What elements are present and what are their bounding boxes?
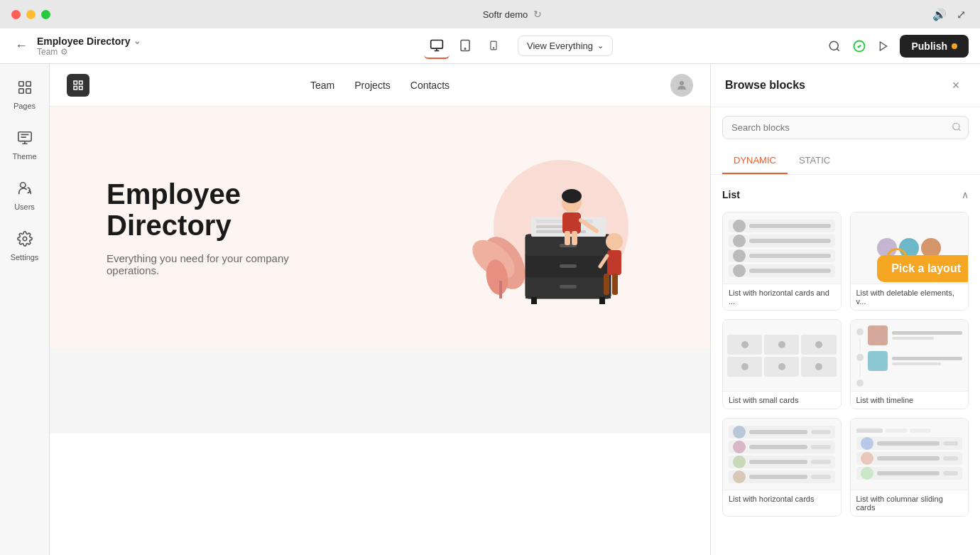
check-status-btn[interactable] <box>851 35 866 58</box>
sidebar-item-settings[interactable]: Settings <box>4 224 45 269</box>
expand-icon[interactable]: ⤢ <box>957 8 966 21</box>
hero-description: Everything you need for your company ope… <box>107 252 291 276</box>
search-input[interactable] <box>722 116 969 139</box>
svg-rect-16 <box>80 81 83 85</box>
section-collapse-icon[interactable]: ∧ <box>962 189 969 200</box>
titlebar-icons: 🔊 ⤢ <box>932 8 966 21</box>
tab-dynamic[interactable]: DYNAMIC <box>722 148 788 174</box>
desktop-device-btn[interactable] <box>424 33 450 59</box>
device-icons <box>424 33 506 59</box>
block-label-6: List with columnar sliding cards <box>851 490 969 516</box>
right-panel-title: Browse blocks <box>725 79 805 92</box>
tablet-device-btn[interactable] <box>452 33 478 59</box>
close-panel-button[interactable]: × <box>946 75 966 95</box>
sound-icon[interactable]: 🔊 <box>932 8 947 21</box>
svg-rect-0 <box>431 40 443 48</box>
tab-static[interactable]: STATIC <box>788 148 842 174</box>
nav-link-projects[interactable]: Projects <box>354 80 391 91</box>
pick-layout-tooltip: Pick a layout <box>877 255 969 282</box>
min-traffic-light[interactable] <box>26 10 36 19</box>
small-card-1 <box>727 335 762 355</box>
titlebar-center: Softr demo ↻ <box>56 9 969 20</box>
svg-rect-47 <box>531 297 537 304</box>
preview-hero-text: Employee Directory Everything you need f… <box>107 178 291 276</box>
svg-point-42 <box>606 233 623 250</box>
reload-icon[interactable]: ↻ <box>533 9 542 20</box>
publish-button[interactable]: Publish <box>900 35 969 58</box>
settings-gear-icon[interactable]: ⚙ <box>60 47 68 57</box>
main-layout: Pages Theme Users <box>0 64 980 555</box>
sidebar-item-pages[interactable]: Pages <box>4 72 45 117</box>
svg-rect-12 <box>18 132 31 141</box>
max-traffic-light[interactable] <box>41 10 50 19</box>
block-label-4: List with timeline <box>851 391 969 409</box>
sidebar-item-users[interactable]: Users <box>4 173 45 218</box>
preview-hero: Employee Directory Everything you need f… <box>50 107 710 348</box>
small-card-5 <box>764 357 799 377</box>
back-button[interactable]: ← <box>11 36 31 56</box>
block-list-horizontal-cards-2[interactable]: List with horizontal cards <box>722 418 842 517</box>
titlebar-title: Softr demo <box>483 9 528 20</box>
appbar: ← Employee Directory ⌄ Team ⚙ <box>0 28 980 64</box>
left-sidebar: Pages Theme Users <box>0 64 50 555</box>
panel-tabs: DYNAMIC STATIC <box>711 148 980 175</box>
block-thumbnail-1 <box>723 212 841 284</box>
appbar-right: Publish <box>827 35 969 58</box>
block-list-horizontal-cards[interactable]: List with horizontal cards and ... <box>722 212 842 311</box>
settings-icon <box>17 231 33 250</box>
svg-point-2 <box>464 48 466 49</box>
svg-rect-38 <box>562 212 581 234</box>
block-list-deletable[interactable]: List with deletable elements, v... Pick … <box>850 212 969 311</box>
preview-nav-logo <box>67 74 89 97</box>
theme-label: Theme <box>12 152 36 161</box>
svg-point-5 <box>829 41 838 50</box>
block-list-timeline[interactable]: List with timeline <box>850 319 969 409</box>
user-search-btn[interactable] <box>827 35 842 58</box>
appbar-left: ← Employee Directory ⌄ Team ⚙ <box>11 36 210 57</box>
svg-point-19 <box>680 81 684 85</box>
svg-point-37 <box>562 189 582 203</box>
appbar-subtitle: Team ⚙ <box>37 47 141 57</box>
appbar-center: View Everything ⌄ <box>210 33 827 59</box>
mobile-device-btn[interactable] <box>481 33 506 59</box>
block-label-5: List with horizontal cards <box>723 490 841 507</box>
play-btn[interactable] <box>876 35 891 58</box>
titlebar: Softr demo ↻ 🔊 ⤢ <box>0 0 980 28</box>
svg-rect-11 <box>26 89 30 93</box>
view-dropdown-chevron: ⌄ <box>597 41 604 50</box>
page-preview: Team Projects Contacts Employee Director… <box>50 64 710 555</box>
canvas-area: Team Projects Contacts Employee Director… <box>50 64 710 555</box>
nav-link-team[interactable]: Team <box>310 80 334 91</box>
svg-marker-7 <box>881 42 887 50</box>
svg-rect-40 <box>572 231 577 245</box>
sidebar-item-theme[interactable]: Theme <box>4 123 45 168</box>
block-list-columnar-sliding[interactable]: List with columnar sliding cards <box>850 418 969 517</box>
right-panel: Browse blocks × DYNAMIC STATIC List ∧ <box>710 64 980 555</box>
search-icon <box>952 122 962 134</box>
small-card-2 <box>764 335 799 355</box>
publish-dot <box>952 43 957 49</box>
right-panel-header: Browse blocks × <box>711 64 980 107</box>
nav-link-contacts[interactable]: Contacts <box>410 80 450 91</box>
block-label-1: List with horizontal cards and ... <box>723 284 841 310</box>
svg-point-49 <box>953 123 959 129</box>
block-list-small-cards[interactable]: List with small cards <box>722 319 842 409</box>
svg-rect-15 <box>74 81 77 85</box>
svg-point-4 <box>493 47 494 48</box>
title-dropdown-icon[interactable]: ⌄ <box>134 36 141 46</box>
view-dropdown[interactable]: View Everything ⌄ <box>518 36 613 56</box>
svg-rect-9 <box>26 82 30 86</box>
block-thumbnail-5 <box>723 419 841 490</box>
svg-rect-30 <box>560 264 577 268</box>
appbar-title: Employee Directory ⌄ <box>37 36 141 47</box>
preview-gray-section <box>50 348 710 433</box>
svg-rect-43 <box>607 250 621 275</box>
blocks-container: List ∧ <box>711 175 980 555</box>
users-icon <box>17 180 33 200</box>
close-traffic-light[interactable] <box>11 10 21 19</box>
theme-icon <box>17 130 33 149</box>
hero-title: Employee Directory <box>107 178 291 241</box>
svg-rect-31 <box>560 285 577 289</box>
settings-label: Settings <box>11 253 39 262</box>
small-card-4 <box>727 357 762 377</box>
